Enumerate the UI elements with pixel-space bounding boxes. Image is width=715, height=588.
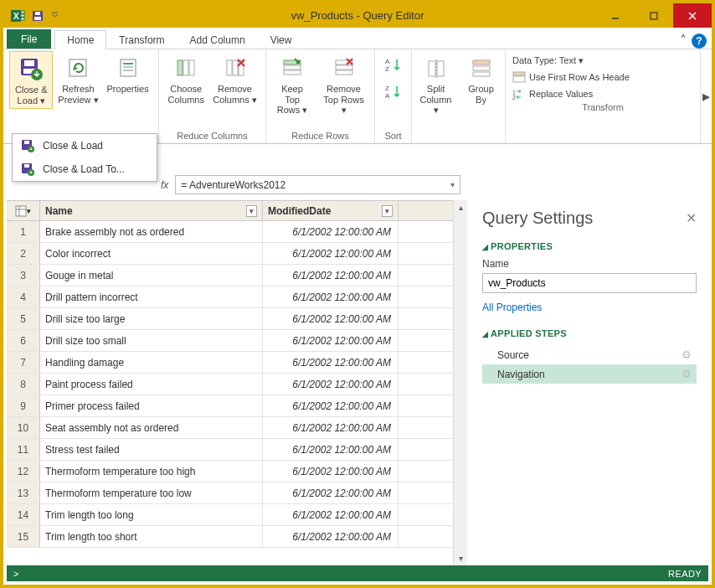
- table-row[interactable]: 12Thermoform temperature too high6/1/200…: [7, 461, 453, 482]
- step-source[interactable]: Source⚙: [482, 345, 697, 364]
- scroll-up-icon[interactable]: ▴: [454, 200, 467, 214]
- cell-name[interactable]: Stress test failed: [40, 439, 263, 460]
- table-row[interactable]: 14Trim length too long6/1/2002 12:00:00 …: [7, 504, 453, 526]
- group-by-button[interactable]: Group By: [460, 51, 503, 107]
- vertical-scrollbar[interactable]: ▴ ▾: [453, 200, 467, 565]
- step-navigation[interactable]: Navigation⚙: [482, 364, 697, 384]
- column-header-name[interactable]: Name▾: [40, 201, 263, 220]
- excel-app-icon[interactable]: X: [8, 7, 27, 25]
- cell-date[interactable]: 6/1/2002 12:00:00 AM: [263, 526, 399, 547]
- properties-section-header[interactable]: PROPERTIES: [482, 241, 697, 251]
- cell-name[interactable]: Seat assembly not as ordered: [40, 417, 263, 438]
- row-header-corner[interactable]: ▾: [7, 201, 40, 220]
- all-properties-link[interactable]: All Properties: [482, 302, 697, 313]
- tab-transform[interactable]: Transform: [106, 30, 177, 49]
- cell-date[interactable]: 6/1/2002 12:00:00 AM: [263, 504, 399, 525]
- close-load-button[interactable]: Close & Load ▾: [9, 51, 53, 109]
- table-row[interactable]: 11Stress test failed6/1/2002 12:00:00 AM: [7, 439, 453, 461]
- applied-steps-header[interactable]: APPLIED STEPS: [482, 328, 697, 338]
- cell-date[interactable]: 6/1/2002 12:00:00 AM: [263, 330, 399, 351]
- keep-top-rows-button[interactable]: Keep Top Rows ▾: [270, 51, 315, 118]
- replace-values-button[interactable]: 12Replace Values: [509, 87, 596, 101]
- gear-icon[interactable]: ⚙: [682, 348, 692, 361]
- cell-date[interactable]: 6/1/2002 12:00:00 AM: [263, 439, 399, 460]
- cell-name[interactable]: Drill size too large: [40, 308, 263, 329]
- sort-desc-button[interactable]: ZA: [383, 83, 404, 105]
- close-button[interactable]: [673, 3, 712, 28]
- sort-asc-button[interactable]: AZ: [383, 56, 404, 78]
- cell-date[interactable]: 6/1/2002 12:00:00 AM: [263, 243, 399, 264]
- fx-icon[interactable]: fx: [157, 179, 172, 191]
- cell-name[interactable]: Drill size too small: [40, 330, 263, 351]
- query-name-input[interactable]: [482, 273, 697, 293]
- save-icon[interactable]: [28, 7, 47, 25]
- remove-columns-button[interactable]: Remove Columns ▾: [209, 51, 260, 107]
- tab-home[interactable]: Home: [54, 30, 106, 49]
- table-row[interactable]: 5Drill size too large6/1/2002 12:00:00 A…: [7, 308, 453, 330]
- table-row[interactable]: 4Drill pattern incorrect6/1/2002 12:00:0…: [7, 286, 453, 308]
- cell-name[interactable]: Primer process failed: [40, 395, 263, 416]
- qat-dropdown-icon[interactable]: [49, 7, 60, 25]
- table-row[interactable]: 13Thermoform temperature too low6/1/2002…: [7, 482, 453, 504]
- cell-name[interactable]: Trim length too long: [40, 504, 263, 525]
- close-load-dropdown: Close & Load Close & Load To...: [12, 133, 157, 182]
- filter-name-icon[interactable]: ▾: [246, 205, 257, 217]
- help-icon[interactable]: ?: [692, 34, 707, 49]
- cell-name[interactable]: Gouge in metal: [40, 265, 263, 286]
- choose-columns-button[interactable]: Choose Columns: [164, 51, 208, 107]
- cell-date[interactable]: 6/1/2002 12:00:00 AM: [263, 221, 399, 242]
- close-load-to-menu-item[interactable]: Close & Load To...: [13, 157, 157, 181]
- table-row[interactable]: 3Gouge in metal6/1/2002 12:00:00 AM: [7, 265, 453, 286]
- minimize-button[interactable]: [596, 3, 635, 28]
- cell-date[interactable]: 6/1/2002 12:00:00 AM: [263, 395, 399, 416]
- table-row[interactable]: 2Color incorrect6/1/2002 12:00:00 AM: [7, 243, 453, 265]
- properties-button[interactable]: Properties: [104, 51, 152, 97]
- table-row[interactable]: 7Handling damage6/1/2002 12:00:00 AM: [7, 352, 453, 374]
- cell-name[interactable]: Paint process failed: [40, 374, 263, 395]
- panel-close-icon[interactable]: ✕: [686, 210, 697, 226]
- cell-name[interactable]: Thermoform temperature too low: [40, 482, 263, 503]
- first-row-headers-button[interactable]: Use First Row As Heade: [509, 70, 633, 84]
- cell-name[interactable]: Color incorrect: [40, 243, 263, 264]
- split-column-button[interactable]: Split Column ▾: [414, 51, 458, 118]
- scroll-down-icon[interactable]: ▾: [454, 551, 467, 565]
- group-by-icon: [468, 54, 495, 82]
- remove-top-rows-button[interactable]: Remove Top Rows ▾: [316, 51, 371, 118]
- table-row[interactable]: 15Trim length too short6/1/2002 12:00:00…: [7, 526, 453, 548]
- formula-dropdown-icon[interactable]: ▾: [450, 180, 455, 189]
- close-load-menu-item[interactable]: Close & Load: [13, 134, 157, 157]
- column-header-date[interactable]: ModifiedDate▾: [263, 201, 399, 220]
- cell-date[interactable]: 6/1/2002 12:00:00 AM: [263, 308, 399, 329]
- row-number: 2: [7, 243, 40, 264]
- tab-view[interactable]: View: [258, 30, 305, 49]
- table-row[interactable]: 9Primer process failed6/1/2002 12:00:00 …: [7, 395, 453, 417]
- svg-rect-51: [16, 206, 26, 216]
- formula-bar[interactable]: = AdventureWorks2012 ▾: [175, 175, 460, 194]
- cell-date[interactable]: 6/1/2002 12:00:00 AM: [263, 286, 399, 307]
- cell-name[interactable]: Brake assembly not as ordered: [40, 221, 263, 242]
- cell-date[interactable]: 6/1/2002 12:00:00 AM: [263, 265, 399, 286]
- cell-name[interactable]: Thermoform temperature too high: [40, 461, 263, 482]
- table-row[interactable]: 1Brake assembly not as ordered6/1/2002 1…: [7, 221, 453, 243]
- cell-date[interactable]: 6/1/2002 12:00:00 AM: [263, 352, 399, 373]
- collapse-ribbon-icon[interactable]: ˄: [680, 33, 687, 49]
- tab-file[interactable]: File: [7, 29, 51, 49]
- ribbon-overflow-icon[interactable]: ▸: [700, 49, 712, 143]
- table-row[interactable]: 10Seat assembly not as ordered6/1/2002 1…: [7, 417, 453, 439]
- gear-icon[interactable]: ⚙: [682, 368, 692, 380]
- filter-date-icon[interactable]: ▾: [382, 205, 393, 217]
- refresh-preview-button[interactable]: Refresh Preview ▾: [54, 51, 101, 107]
- query-settings-panel: Query Settings ✕ PROPERTIES Name All Pro…: [467, 200, 708, 565]
- tab-add-column[interactable]: Add Column: [177, 30, 258, 49]
- data-type-dropdown[interactable]: Data Type: Text ▾: [509, 54, 587, 67]
- cell-date[interactable]: 6/1/2002 12:00:00 AM: [263, 417, 399, 438]
- cell-name[interactable]: Trim length too short: [40, 526, 263, 547]
- table-row[interactable]: 8Paint process failed6/1/2002 12:00:00 A…: [7, 374, 453, 395]
- cell-date[interactable]: 6/1/2002 12:00:00 AM: [263, 374, 399, 395]
- cell-date[interactable]: 6/1/2002 12:00:00 AM: [263, 461, 399, 482]
- maximize-button[interactable]: [635, 3, 673, 28]
- cell-name[interactable]: Drill pattern incorrect: [40, 286, 263, 307]
- cell-name[interactable]: Handling damage: [40, 352, 263, 373]
- table-row[interactable]: 6Drill size too small6/1/2002 12:00:00 A…: [7, 330, 453, 352]
- cell-date[interactable]: 6/1/2002 12:00:00 AM: [263, 482, 399, 503]
